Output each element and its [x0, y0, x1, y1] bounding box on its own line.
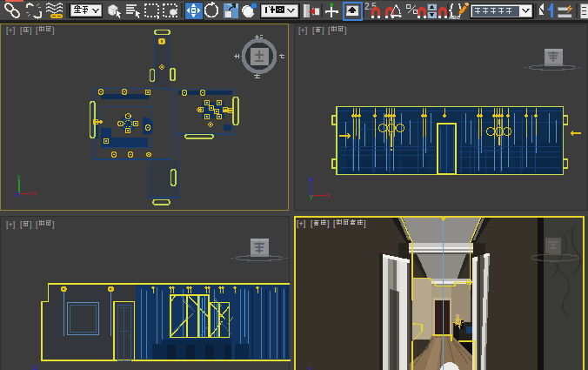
svg-text:Z: Z [309, 175, 313, 183]
svg-text:X: X [33, 190, 38, 198]
svg-text:Z: Z [308, 366, 312, 370]
svg-text:X: X [326, 192, 331, 199]
svg-text:[+]: [+] [6, 220, 15, 229]
svg-text:y: y [310, 192, 313, 200]
svg-text:]: ] [327, 219, 330, 228]
svg-text:Z: Z [16, 191, 20, 198]
svg-text:[+]: [+] [6, 26, 15, 35]
svg-text:]: ] [344, 26, 347, 35]
svg-text:[+]: [+] [298, 26, 307, 35]
svg-text:y: y [17, 172, 21, 180]
svg-text:]: ] [30, 26, 32, 35]
svg-text:[+]: [+] [297, 219, 305, 228]
svg-text:Z: Z [33, 364, 37, 370]
svg-text:ABC: ABC [449, 15, 461, 20]
svg-text:]: ] [364, 219, 366, 228]
svg-text:]: ] [52, 220, 55, 229]
svg-text:]: ] [322, 26, 324, 35]
svg-text:]: ] [30, 220, 32, 229]
svg-text:]: ] [52, 26, 55, 35]
